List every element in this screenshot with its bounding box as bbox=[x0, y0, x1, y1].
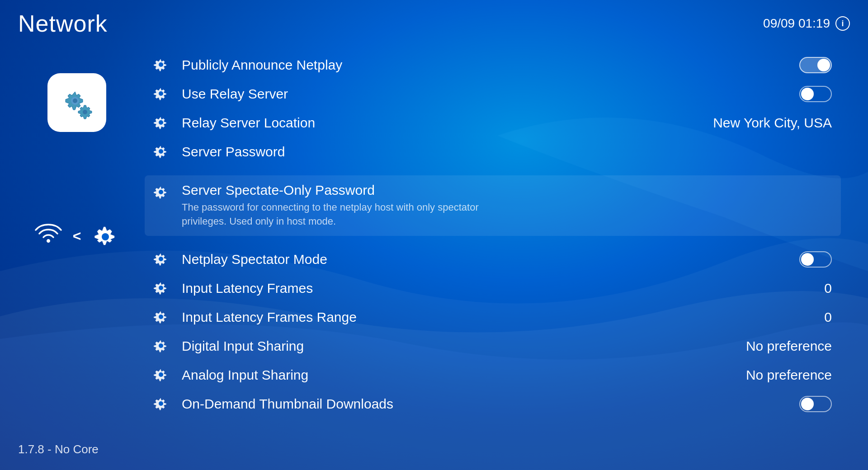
svg-point-14 bbox=[159, 372, 163, 377]
wifi-icon bbox=[35, 224, 62, 248]
setting-label: Analog Input Sharing bbox=[182, 367, 728, 383]
svg-point-6 bbox=[159, 91, 163, 96]
setting-item[interactable]: Server Password bbox=[154, 137, 832, 166]
setting-value: No preference bbox=[746, 367, 832, 383]
setting-gear-icon bbox=[154, 309, 168, 325]
setting-gear-icon bbox=[154, 144, 168, 160]
toggle-knob bbox=[801, 398, 814, 410]
setting-gear-icon bbox=[154, 367, 168, 383]
svg-point-5 bbox=[159, 62, 163, 67]
svg-point-11 bbox=[159, 286, 163, 290]
svg-point-12 bbox=[159, 315, 163, 319]
header: Network 09/09 01:19 i bbox=[0, 0, 868, 37]
toggle-knob bbox=[801, 88, 814, 100]
svg-point-4 bbox=[102, 233, 109, 240]
version-info: 1.7.8 - No Core bbox=[18, 442, 99, 456]
header-right: 09/09 01:19 i bbox=[763, 16, 850, 31]
setting-value: No preference bbox=[746, 338, 832, 354]
svg-point-9 bbox=[159, 190, 163, 194]
svg-point-10 bbox=[159, 257, 163, 261]
setting-label: Relay Server Location bbox=[182, 115, 695, 131]
datetime: 09/09 01:19 bbox=[763, 16, 830, 31]
setting-gear-icon bbox=[154, 280, 168, 296]
setting-description: The password for connecting to the netpl… bbox=[182, 201, 498, 229]
setting-item[interactable]: Use Relay Server bbox=[154, 80, 832, 108]
setting-label: Input Latency Frames Range bbox=[182, 310, 806, 325]
publicly-announce-toggle[interactable] bbox=[799, 57, 832, 73]
bottom-icons: < bbox=[35, 222, 119, 249]
setting-label: Use Relay Server bbox=[182, 86, 799, 102]
svg-point-8 bbox=[159, 149, 163, 154]
setting-gear-icon bbox=[154, 86, 168, 102]
svg-point-15 bbox=[159, 401, 163, 406]
setting-value: 0 bbox=[824, 310, 832, 325]
setting-label: Server Password bbox=[182, 144, 832, 160]
setting-value: 0 bbox=[824, 281, 832, 296]
svg-point-7 bbox=[159, 120, 163, 125]
settings-gears-icon bbox=[59, 85, 95, 121]
svg-point-2 bbox=[73, 99, 77, 103]
setting-item[interactable]: Relay Server Location New York City, USA bbox=[154, 108, 832, 137]
chevron-left-icon[interactable]: < bbox=[73, 228, 81, 244]
settings-list: Publicly Announce Netplay Use Relay Serv… bbox=[154, 46, 868, 418]
toggle-knob bbox=[801, 253, 814, 266]
setting-gear-icon bbox=[154, 57, 168, 73]
setting-gear-icon bbox=[154, 115, 168, 131]
setting-item[interactable]: Input Latency Frames 0 bbox=[154, 274, 832, 303]
active-gear-icon bbox=[92, 222, 119, 249]
settings-icon-box bbox=[47, 73, 106, 132]
setting-item[interactable]: Input Latency Frames Range 0 bbox=[154, 303, 832, 332]
setting-item-highlighted[interactable]: Server Spectate-Only Password The passwo… bbox=[145, 175, 841, 236]
setting-item[interactable]: Netplay Spectator Mode bbox=[154, 245, 832, 274]
setting-label: Input Latency Frames bbox=[182, 281, 806, 296]
use-relay-server-toggle[interactable] bbox=[799, 86, 832, 102]
setting-gear-icon bbox=[154, 184, 168, 201]
setting-item[interactable]: Publicly Announce Netplay bbox=[154, 51, 832, 80]
setting-item[interactable]: Analog Input Sharing No preference bbox=[154, 361, 832, 390]
setting-label: Server Spectate-Only Password bbox=[182, 183, 832, 198]
info-icon[interactable]: i bbox=[835, 16, 850, 31]
netplay-spectator-toggle[interactable] bbox=[799, 251, 832, 268]
setting-label: Netplay Spectator Mode bbox=[182, 252, 799, 267]
setting-label: On-Demand Thumbnail Downloads bbox=[182, 396, 799, 412]
thumbnail-downloads-toggle[interactable] bbox=[799, 396, 832, 412]
sidebar: < bbox=[0, 46, 154, 418]
setting-item[interactable]: Digital Input Sharing No preference bbox=[154, 332, 832, 361]
setting-label: Digital Input Sharing bbox=[182, 338, 728, 354]
setting-gear-icon bbox=[154, 396, 168, 412]
svg-point-3 bbox=[83, 110, 87, 114]
setting-item[interactable]: On-Demand Thumbnail Downloads bbox=[154, 390, 832, 418]
setting-value: New York City, USA bbox=[713, 115, 832, 131]
setting-gear-icon bbox=[154, 251, 168, 268]
setting-content: Server Spectate-Only Password The passwo… bbox=[182, 183, 832, 229]
setting-label: Publicly Announce Netplay bbox=[182, 57, 799, 73]
toggle-knob bbox=[817, 59, 830, 71]
setting-gear-icon bbox=[154, 338, 168, 354]
svg-point-13 bbox=[159, 343, 163, 348]
page-title: Network bbox=[18, 10, 108, 37]
